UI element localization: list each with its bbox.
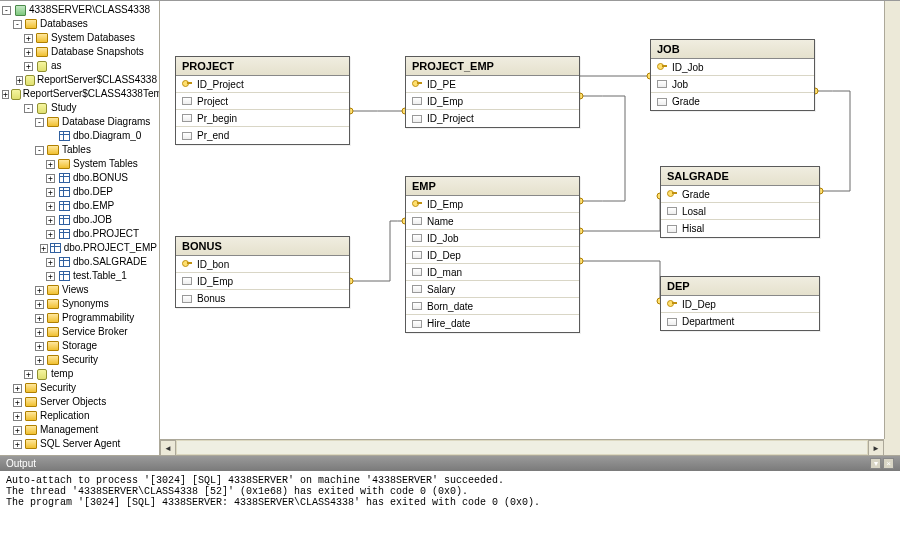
table-column[interactable]: ID_Job — [651, 59, 814, 76]
tree-root[interactable]: -4338SERVER\CLASS4338 — [0, 3, 159, 17]
table-column[interactable]: ID_Project — [406, 110, 579, 127]
object-explorer[interactable]: -4338SERVER\CLASS4338-Databases+System D… — [0, 1, 160, 455]
tree-toggle[interactable]: + — [16, 76, 23, 85]
tree-toggle[interactable]: + — [46, 230, 55, 239]
tree-node[interactable]: +System Tables — [0, 157, 159, 171]
table-column[interactable]: Grade — [661, 186, 819, 203]
tree-toggle[interactable]: + — [46, 174, 55, 183]
tree-node[interactable]: +Synonyms — [0, 297, 159, 311]
tree-toggle[interactable]: + — [46, 188, 55, 197]
diagram-canvas[interactable]: JOB PROJECTID_ProjectProjectPr_beginPr_e… — [160, 1, 900, 439]
tree-node[interactable]: +dbo.JOB — [0, 213, 159, 227]
scroll-right-button[interactable]: ► — [868, 440, 884, 455]
tree-toggle[interactable]: + — [24, 62, 33, 71]
tree-node[interactable]: +dbo.PROJECT_EMP — [0, 241, 159, 255]
table-column[interactable]: ID_bon — [176, 256, 349, 273]
table-column[interactable]: ID_Dep — [661, 296, 819, 313]
table-job[interactable]: JOBID_JobJobGrade — [650, 39, 815, 111]
tree-node[interactable]: +System Databases — [0, 31, 159, 45]
tree-toggle[interactable]: + — [24, 48, 33, 57]
tree-node[interactable]: +dbo.BONUS — [0, 171, 159, 185]
tree-toggle[interactable]: + — [46, 272, 55, 281]
table-column[interactable]: ID_Emp — [406, 196, 579, 213]
table-column[interactable]: Hisal — [661, 220, 819, 237]
table-header[interactable]: EMP — [406, 177, 579, 196]
tree-node[interactable]: +SQL Server Agent — [0, 437, 159, 451]
tree-toggle[interactable]: + — [24, 370, 33, 379]
tree-node[interactable]: -Tables — [0, 143, 159, 157]
tree-node[interactable]: +Replication — [0, 409, 159, 423]
tree-node[interactable]: +temp — [0, 367, 159, 381]
table-column[interactable]: Pr_end — [176, 127, 349, 144]
tree-toggle[interactable]: + — [35, 300, 44, 309]
tree-toggle[interactable]: + — [24, 34, 33, 43]
tree-node[interactable]: +Server Objects — [0, 395, 159, 409]
tree-node[interactable]: -Study — [0, 101, 159, 115]
tree-node[interactable]: +Views — [0, 283, 159, 297]
scroll-track[interactable] — [176, 440, 868, 455]
tree-node[interactable]: +Database Snapshots — [0, 45, 159, 59]
tree-toggle[interactable]: + — [2, 90, 9, 99]
tree-node[interactable]: +Programmability — [0, 311, 159, 325]
table-project_emp[interactable]: PROJECT_EMPID_PEID_EmpID_Project — [405, 56, 580, 128]
table-column[interactable]: Salary — [406, 281, 579, 298]
table-header[interactable]: SALGRADE — [661, 167, 819, 186]
table-header[interactable]: PROJECT_EMP — [406, 57, 579, 76]
tree-toggle[interactable]: + — [35, 286, 44, 295]
table-column[interactable]: Job — [651, 76, 814, 93]
tree-node[interactable]: +Storage — [0, 339, 159, 353]
tree-node[interactable]: +ReportServer$CLASS4338TempDB — [0, 87, 159, 101]
table-header[interactable]: BONUS — [176, 237, 349, 256]
scroll-left-button[interactable]: ◄ — [160, 440, 176, 455]
tree-toggle[interactable]: - — [35, 118, 44, 127]
tree-node[interactable]: +Management — [0, 423, 159, 437]
tree-node[interactable]: +dbo.EMP — [0, 199, 159, 213]
tree-toggle[interactable]: + — [13, 412, 22, 421]
tree-toggle[interactable]: + — [46, 258, 55, 267]
table-column[interactable]: ID_Project — [176, 76, 349, 93]
tree-toggle[interactable]: - — [24, 104, 33, 113]
tree-toggle[interactable]: - — [13, 20, 22, 29]
table-column[interactable]: Department — [661, 313, 819, 330]
output-pin-button[interactable]: ▾ — [870, 458, 881, 469]
tree-node[interactable]: dbo.Diagram_0 — [0, 129, 159, 143]
tree-toggle[interactable]: - — [35, 146, 44, 155]
output-close-button[interactable]: × — [883, 458, 894, 469]
table-column[interactable]: Hire_date — [406, 315, 579, 332]
table-salgrade[interactable]: SALGRADEGradeLosalHisal — [660, 166, 820, 238]
table-column[interactable]: ID_Emp — [406, 93, 579, 110]
table-column[interactable]: Name — [406, 213, 579, 230]
tree-toggle[interactable]: + — [35, 342, 44, 351]
table-column[interactable]: ID_Job — [406, 230, 579, 247]
horizontal-scrollbar[interactable]: ◄ ► — [160, 439, 884, 455]
table-column[interactable]: ID_Emp — [176, 273, 349, 290]
output-titlebar[interactable]: Output ▾ × — [0, 456, 900, 471]
tree-toggle[interactable]: + — [46, 160, 55, 169]
tree-toggle[interactable]: + — [13, 398, 22, 407]
tree-node[interactable]: +dbo.SALGRADE — [0, 255, 159, 269]
tree-toggle[interactable]: + — [46, 216, 55, 225]
tree-toggle[interactable]: + — [40, 244, 48, 253]
table-column[interactable]: Grade — [651, 93, 814, 110]
table-column[interactable]: Pr_begin — [176, 110, 349, 127]
vertical-scrollbar[interactable] — [884, 1, 900, 439]
tree-toggle[interactable]: + — [35, 356, 44, 365]
tree-toggle[interactable]: + — [13, 440, 22, 449]
table-header[interactable]: PROJECT — [176, 57, 349, 76]
table-column[interactable]: Born_date — [406, 298, 579, 315]
table-bonus[interactable]: BONUSID_bonID_EmpBonus — [175, 236, 350, 308]
table-column[interactable]: Losal — [661, 203, 819, 220]
tree-node[interactable]: +Security — [0, 381, 159, 395]
tree-node[interactable]: -Database Diagrams — [0, 115, 159, 129]
tree-node[interactable]: +dbo.DEP — [0, 185, 159, 199]
table-column[interactable]: Bonus — [176, 290, 349, 307]
table-project[interactable]: PROJECTID_ProjectProjectPr_beginPr_end — [175, 56, 350, 145]
table-column[interactable]: ID_PE — [406, 76, 579, 93]
table-column[interactable]: ID_man — [406, 264, 579, 281]
tree-node[interactable]: +as — [0, 59, 159, 73]
tree-toggle[interactable]: + — [35, 328, 44, 337]
tree-node[interactable]: +dbo.PROJECT — [0, 227, 159, 241]
table-column[interactable]: Project — [176, 93, 349, 110]
table-dep[interactable]: DEPID_DepDepartment — [660, 276, 820, 331]
table-header[interactable]: JOB — [651, 40, 814, 59]
